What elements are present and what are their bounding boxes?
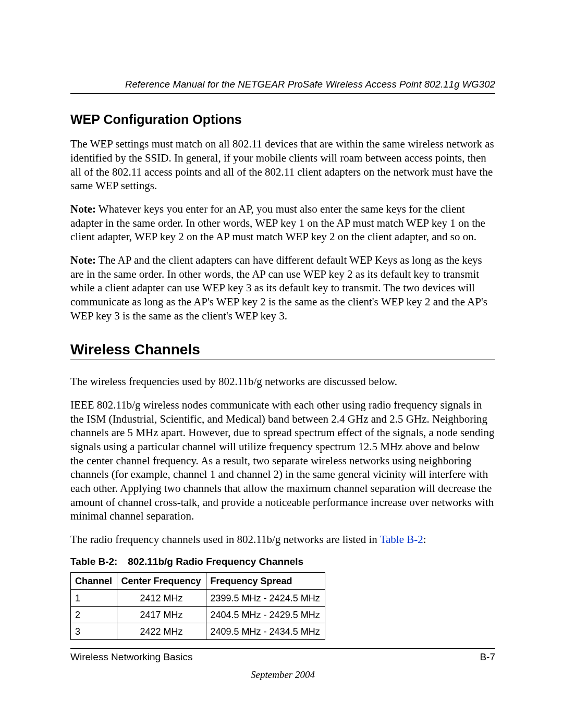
cell-center-freq: 2412 MHz bbox=[117, 589, 206, 606]
section-rule bbox=[70, 360, 495, 360]
table-caption: Table B-2: 802.11b/g Radio Frequency Cha… bbox=[70, 556, 495, 568]
table-label: Table B-2: bbox=[70, 556, 125, 568]
section-title-wep: WEP Configuration Options bbox=[70, 112, 495, 128]
cell-center-freq: 2417 MHz bbox=[117, 606, 206, 623]
col-header-center-freq: Center Frequency bbox=[117, 573, 206, 589]
section-title-channels: Wireless Channels bbox=[70, 340, 495, 359]
document-page: Reference Manual for the NETGEAR ProSafe… bbox=[0, 0, 563, 728]
channels-paragraph-1: The wireless frequencies used by 802.11b… bbox=[70, 375, 495, 389]
footer-page-number: B-7 bbox=[480, 651, 495, 663]
footer-rule bbox=[70, 648, 495, 649]
text-run: : bbox=[423, 533, 426, 546]
wep-note-1: Note: Whatever keys you enter for an AP,… bbox=[70, 202, 495, 244]
note-text: Whatever keys you enter for an AP, you m… bbox=[70, 203, 485, 243]
wep-note-2: Note: The AP and the client adapters can… bbox=[70, 253, 495, 323]
table-reference-link[interactable]: Table B-2 bbox=[380, 533, 423, 546]
channels-paragraph-3: The radio frequency channels used in 802… bbox=[70, 533, 495, 547]
cell-channel: 3 bbox=[71, 623, 117, 640]
note-label: Note: bbox=[70, 254, 96, 266]
footer-left: Wireless Networking Basics bbox=[70, 651, 192, 663]
cell-channel: 1 bbox=[71, 589, 117, 606]
wep-paragraph-1: The WEP settings must match on all 802.1… bbox=[70, 137, 495, 193]
cell-channel: 2 bbox=[71, 606, 117, 623]
footer-date: September 2004 bbox=[70, 669, 495, 681]
channels-paragraph-2: IEEE 802.11b/g wireless nodes communicat… bbox=[70, 398, 495, 523]
table-row: 3 2422 MHz 2409.5 MHz - 2434.5 MHz bbox=[71, 623, 325, 640]
table-row: 1 2412 MHz 2399.5 MHz - 2424.5 MHz bbox=[71, 589, 325, 606]
cell-freq-spread: 2404.5 MHz - 2429.5 MHz bbox=[206, 606, 325, 623]
note-label: Note: bbox=[70, 203, 96, 215]
cell-freq-spread: 2409.5 MHz - 2434.5 MHz bbox=[206, 623, 325, 640]
table-header-row: Channel Center Frequency Frequency Sprea… bbox=[71, 573, 325, 589]
col-header-channel: Channel bbox=[71, 573, 117, 589]
cell-freq-spread: 2399.5 MHz - 2424.5 MHz bbox=[206, 589, 325, 606]
footer-row: Wireless Networking Basics B-7 bbox=[70, 651, 495, 663]
col-header-freq-spread: Frequency Spread bbox=[206, 573, 325, 589]
header-rule bbox=[70, 93, 495, 94]
note-text: The AP and the client adapters can have … bbox=[70, 254, 487, 322]
table-row: 2 2417 MHz 2404.5 MHz - 2429.5 MHz bbox=[71, 606, 325, 623]
text-run: The radio frequency channels used in 802… bbox=[70, 533, 380, 546]
running-head: Reference Manual for the NETGEAR ProSafe… bbox=[70, 78, 495, 90]
cell-center-freq: 2422 MHz bbox=[117, 623, 206, 640]
frequency-table: Channel Center Frequency Frequency Sprea… bbox=[70, 572, 325, 640]
table-title: 802.11b/g Radio Frequency Channels bbox=[128, 556, 303, 567]
